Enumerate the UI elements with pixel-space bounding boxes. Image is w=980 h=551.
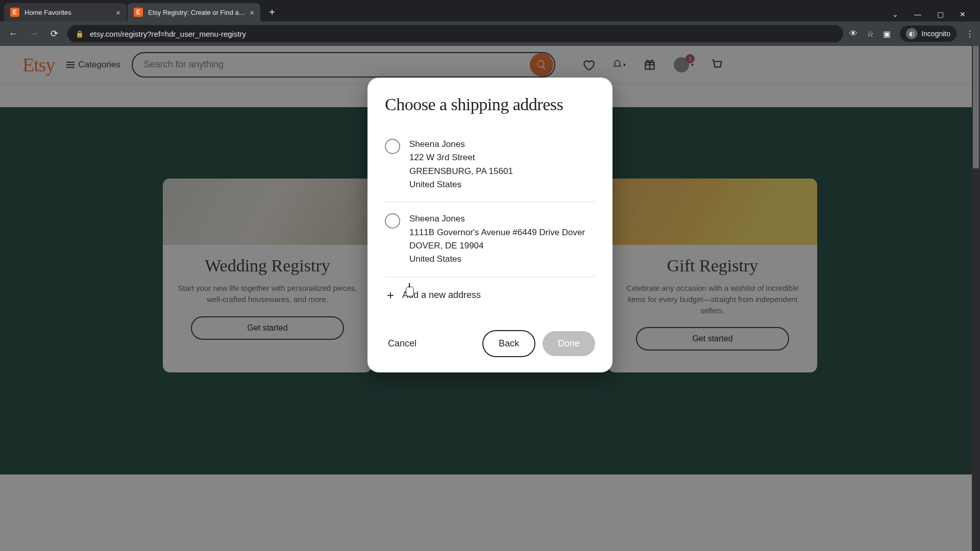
incognito-label: Incognito <box>921 30 950 38</box>
address-line1: 1111B Governor's Avenue #6449 Drive Dove… <box>409 226 585 239</box>
address-option-1[interactable]: Sheena Jones 122 W 3rd Street GREENSBURG… <box>385 128 595 202</box>
tab-strip: E Home Favorites × E Etsy Registry: Crea… <box>0 0 980 21</box>
address-line2: GREENSBURG, PA 15601 <box>409 165 513 178</box>
address-name: Sheena Jones <box>409 138 513 151</box>
add-new-label: Add a new address <box>402 290 481 300</box>
etsy-favicon: E <box>10 8 19 17</box>
etsy-favicon: E <box>134 8 143 17</box>
plus-icon: + <box>387 288 394 303</box>
window-controls: ⌄ — ▢ ✕ <box>888 10 976 21</box>
radio-icon[interactable] <box>385 139 400 154</box>
done-button[interactable]: Done <box>543 331 595 356</box>
chevron-down-icon[interactable]: ⌄ <box>888 10 902 18</box>
address-line2: DOVER, DE 19904 <box>409 239 585 253</box>
add-new-address-button[interactable]: + Add a new address <box>385 277 595 307</box>
close-icon[interactable]: × <box>116 8 120 17</box>
star-icon[interactable]: ☆ <box>867 29 874 39</box>
modal-actions: Cancel Back Done <box>385 330 595 357</box>
address-bar: ← → ⟳ 🔒 etsy.com/registry?ref=hdr_user_m… <box>0 21 980 46</box>
kebab-icon[interactable]: ⋮ <box>966 29 974 39</box>
page-content: Etsy Categories ▾ <box>0 46 980 551</box>
lock-icon: 🔒 <box>76 30 84 38</box>
close-icon[interactable]: × <box>250 8 254 17</box>
address-text: Sheena Jones 122 W 3rd Street GREENSBURG… <box>409 138 513 191</box>
forward-icon: → <box>27 29 41 39</box>
eye-off-icon[interactable]: 👁 <box>849 29 857 38</box>
close-window-icon[interactable]: ✕ <box>955 10 970 18</box>
tab-title: Etsy Registry: Create or Find a G <box>148 9 246 16</box>
incognito-icon: ◐ <box>906 28 917 39</box>
address-line1: 122 W 3rd Street <box>409 151 513 164</box>
shipping-address-modal: Choose a shipping address Sheena Jones 1… <box>368 78 612 372</box>
url-text: etsy.com/registry?ref=hdr_user_menu-regi… <box>90 30 246 38</box>
address-country: United States <box>409 178 513 191</box>
back-button[interactable]: Back <box>482 330 535 357</box>
address-text: Sheena Jones 1111B Governor's Avenue #64… <box>409 212 585 266</box>
url-field[interactable]: 🔒 etsy.com/registry?ref=hdr_user_menu-re… <box>67 25 843 42</box>
panel-icon[interactable]: ▣ <box>883 29 891 39</box>
address-name: Sheena Jones <box>409 212 585 226</box>
new-tab-button[interactable]: + <box>264 5 280 20</box>
scrollbar-thumb[interactable] <box>973 46 979 168</box>
address-option-2[interactable]: Sheena Jones 1111B Governor's Avenue #64… <box>385 202 595 277</box>
vertical-scrollbar[interactable] <box>972 46 980 551</box>
modal-title: Choose a shipping address <box>385 95 595 114</box>
cancel-button[interactable]: Cancel <box>385 338 416 349</box>
reload-icon[interactable]: ⟳ <box>47 28 61 39</box>
back-icon[interactable]: ← <box>6 29 20 39</box>
tab-etsy-registry[interactable]: E Etsy Registry: Create or Find a G × <box>128 3 260 21</box>
minimize-icon[interactable]: — <box>911 10 925 18</box>
radio-icon[interactable] <box>385 213 400 229</box>
tab-home-favorites[interactable]: E Home Favorites × <box>4 3 127 21</box>
browser-window: E Home Favorites × E Etsy Registry: Crea… <box>0 0 980 551</box>
address-country: United States <box>409 253 585 266</box>
tab-title: Home Favorites <box>24 9 112 16</box>
incognito-chip[interactable]: ◐ Incognito <box>900 26 957 42</box>
maximize-icon[interactable]: ▢ <box>933 10 947 18</box>
